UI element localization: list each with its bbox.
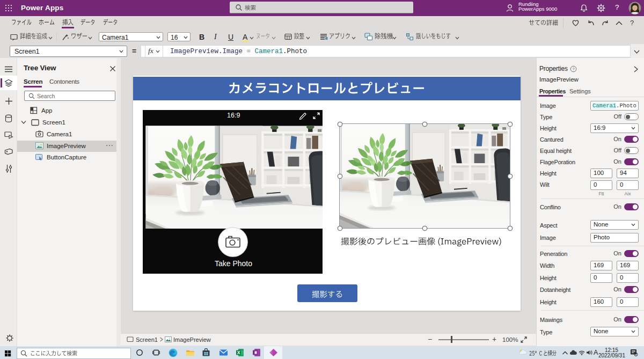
svg-text:?: ? [572, 67, 575, 71]
svg-text:7: 7 [635, 353, 636, 356]
svg-text:X: X [237, 350, 240, 355]
